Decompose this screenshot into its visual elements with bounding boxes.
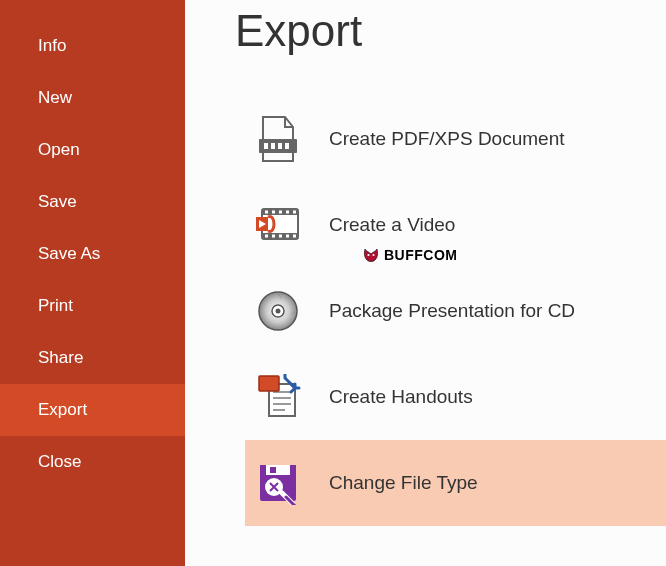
svg-rect-8	[265, 211, 268, 214]
export-option-change-file-type[interactable]: Change File Type	[245, 440, 666, 526]
svg-rect-13	[265, 235, 268, 238]
backstage-view: Info New Open Save Save As Print Share E…	[0, 0, 666, 566]
cd-icon	[253, 286, 303, 336]
sidebar-item-save[interactable]: Save	[0, 176, 185, 228]
export-options-list: Create PDF/XPS Document	[245, 96, 666, 526]
svg-rect-16	[286, 235, 289, 238]
export-option-package-cd[interactable]: Package Presentation for CD	[245, 268, 666, 354]
export-option-label: Create Handouts	[329, 386, 473, 408]
export-option-label: Create PDF/XPS Document	[329, 128, 564, 150]
svg-rect-12	[293, 211, 296, 214]
export-option-label: Create a Video	[329, 214, 455, 236]
svg-rect-10	[279, 211, 282, 214]
pdf-xps-icon	[253, 114, 303, 164]
sidebar-item-print[interactable]: Print	[0, 280, 185, 332]
sidebar-item-label: Print	[38, 296, 73, 315]
export-option-pdf-xps[interactable]: Create PDF/XPS Document	[245, 96, 666, 182]
backstage-sidebar: Info New Open Save Save As Print Share E…	[0, 0, 185, 566]
svg-rect-14	[272, 235, 275, 238]
svg-rect-28	[266, 465, 290, 475]
sidebar-item-export[interactable]: Export	[0, 384, 185, 436]
handouts-icon	[253, 372, 303, 422]
sidebar-item-close[interactable]: Close	[0, 436, 185, 488]
sidebar-item-label: Save As	[38, 244, 100, 263]
export-option-video[interactable]: Create a Video	[245, 182, 666, 268]
export-panel: Export Create PDF/XPS Document	[185, 0, 666, 566]
svg-rect-4	[285, 143, 289, 149]
sidebar-item-label: Save	[38, 192, 77, 211]
svg-rect-1	[264, 143, 268, 149]
svg-rect-17	[293, 235, 296, 238]
sidebar-item-label: Info	[38, 36, 66, 55]
sidebar-item-label: Open	[38, 140, 80, 159]
export-option-label: Change File Type	[329, 472, 478, 494]
svg-rect-15	[279, 235, 282, 238]
sidebar-item-label: Export	[38, 400, 87, 419]
video-icon	[253, 200, 303, 250]
svg-rect-9	[272, 211, 275, 214]
sidebar-item-share[interactable]: Share	[0, 332, 185, 384]
sidebar-item-label: New	[38, 88, 72, 107]
svg-rect-11	[286, 211, 289, 214]
svg-rect-3	[278, 143, 282, 149]
sidebar-item-label: Close	[38, 452, 81, 471]
export-option-handouts[interactable]: Create Handouts	[245, 354, 666, 440]
svg-point-20	[276, 309, 281, 314]
export-option-label: Package Presentation for CD	[329, 300, 575, 322]
page-title: Export	[235, 6, 666, 56]
svg-rect-2	[271, 143, 275, 149]
svg-rect-29	[270, 467, 276, 473]
change-file-type-icon	[253, 458, 303, 508]
sidebar-item-open[interactable]: Open	[0, 124, 185, 176]
sidebar-item-label: Share	[38, 348, 83, 367]
svg-rect-26	[259, 376, 279, 391]
sidebar-item-save-as[interactable]: Save As	[0, 228, 185, 280]
sidebar-item-info[interactable]: Info	[0, 20, 185, 72]
sidebar-item-new[interactable]: New	[0, 72, 185, 124]
